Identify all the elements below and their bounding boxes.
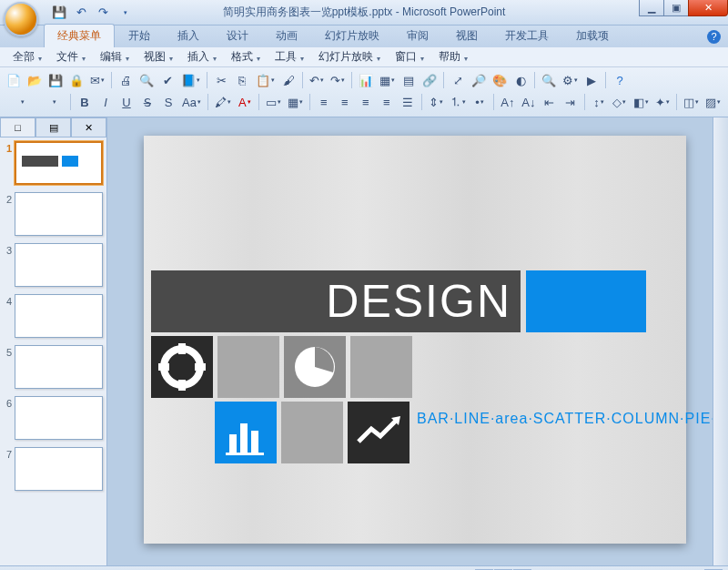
tab-slideshow[interactable]: 幻灯片放映 bbox=[311, 24, 393, 47]
align-center-icon[interactable]: ≡ bbox=[335, 92, 355, 112]
menu-insert[interactable]: 插入 bbox=[180, 47, 224, 66]
background-icon[interactable]: ▨ bbox=[703, 92, 723, 112]
new-icon[interactable]: 📄 bbox=[4, 70, 24, 90]
thumb-7[interactable]: 7 bbox=[4, 447, 103, 491]
expand-icon[interactable]: ⤢ bbox=[448, 70, 468, 90]
vertical-scrollbar[interactable] bbox=[713, 117, 728, 565]
save-icon[interactable]: 💾 bbox=[49, 4, 69, 22]
undo-icon[interactable]: ↶ bbox=[71, 4, 91, 22]
line-spacing-icon[interactable]: ⇕ bbox=[426, 92, 446, 112]
cut-icon[interactable]: ✂ bbox=[211, 70, 231, 90]
chart-icon[interactable]: 📊 bbox=[356, 70, 376, 90]
design-icon[interactable]: ◫ bbox=[681, 92, 702, 112]
menu-edit[interactable]: 编辑 bbox=[93, 47, 136, 66]
research-icon[interactable]: 📘 bbox=[178, 70, 203, 90]
menu-view[interactable]: 视图 bbox=[136, 47, 180, 66]
macros-icon[interactable]: ▶ bbox=[581, 70, 602, 90]
table-icon[interactable]: ▦ bbox=[377, 70, 398, 90]
gray-cell-3[interactable] bbox=[281, 402, 343, 463]
tab-design[interactable]: 设计 bbox=[213, 24, 262, 47]
change-case-icon[interactable]: Aa bbox=[179, 92, 204, 112]
grayscale-icon[interactable]: ◐ bbox=[511, 70, 531, 90]
zoom-icon[interactable]: 🔎 bbox=[469, 70, 489, 90]
paste-icon[interactable]: 📋 bbox=[253, 70, 278, 90]
menu-help[interactable]: 帮助 bbox=[431, 47, 475, 66]
slides-tab[interactable]: □ bbox=[0, 117, 35, 137]
font-size[interactable] bbox=[41, 92, 66, 112]
color-icon[interactable]: 🎨 bbox=[490, 70, 510, 90]
pie-icon[interactable] bbox=[284, 336, 346, 398]
menu-file[interactable]: 文件 bbox=[49, 47, 93, 66]
tab-home[interactable]: 开始 bbox=[115, 24, 164, 47]
tab-review[interactable]: 审阅 bbox=[393, 24, 442, 47]
slide-caption[interactable]: BAR·LINE·area·SCATTER·COLUMN·PIE·ETC. bbox=[417, 409, 672, 429]
new-slide-icon[interactable]: ▭ bbox=[263, 92, 284, 112]
trend-icon[interactable] bbox=[348, 402, 410, 463]
blue-block[interactable] bbox=[526, 270, 646, 332]
qat-more[interactable] bbox=[115, 4, 135, 22]
office-button[interactable] bbox=[4, 2, 38, 36]
increase-indent-icon[interactable]: ⇥ bbox=[561, 92, 581, 112]
slide-canvas[interactable]: DESIGN BAR·LINE·area·SCATTER·COLUMN·PIE·… bbox=[107, 117, 728, 565]
tab-animation[interactable]: 动画 bbox=[262, 24, 311, 47]
shapes-icon[interactable]: ◇ bbox=[610, 92, 630, 112]
underline-icon[interactable]: U bbox=[116, 92, 136, 112]
print-icon[interactable]: 🖨 bbox=[116, 70, 136, 90]
spelling-icon[interactable]: ✔ bbox=[157, 70, 177, 90]
tab-addins[interactable]: 加载项 bbox=[562, 24, 622, 47]
maximize-button[interactable]: ▣ bbox=[663, 0, 689, 16]
shadow-icon[interactable]: S bbox=[158, 92, 178, 112]
format-painter-icon[interactable]: 🖌 bbox=[278, 70, 298, 90]
permission-icon[interactable]: 🔒 bbox=[66, 70, 86, 90]
slide[interactable]: DESIGN BAR·LINE·area·SCATTER·COLUMN·PIE·… bbox=[144, 136, 686, 544]
text-direction-icon[interactable]: ↕ bbox=[589, 92, 609, 112]
menu-format[interactable]: 格式 bbox=[224, 47, 268, 66]
tab-view[interactable]: 视图 bbox=[442, 24, 491, 47]
thumb-1[interactable]: 1 bbox=[4, 141, 103, 185]
bar-chart-icon[interactable] bbox=[215, 402, 277, 463]
redo-icon[interactable]: ↷ bbox=[93, 4, 113, 22]
slide-heading[interactable]: DESIGN bbox=[151, 270, 521, 332]
close-button[interactable]: ✕ bbox=[688, 0, 728, 16]
numbering-icon[interactable]: ⒈ bbox=[447, 92, 469, 112]
find-icon[interactable]: 🔍 bbox=[539, 70, 559, 90]
tab-classic-menu[interactable]: 经典菜单 bbox=[44, 24, 115, 47]
italic-icon[interactable]: I bbox=[96, 92, 116, 112]
thumb-5[interactable]: 5 bbox=[4, 345, 103, 389]
mail-icon[interactable]: ✉ bbox=[87, 70, 107, 90]
help2-icon[interactable]: ? bbox=[610, 70, 630, 90]
justify-icon[interactable]: ≡ bbox=[377, 92, 397, 112]
outline-tab[interactable]: ▤ bbox=[35, 117, 71, 137]
copy-icon[interactable]: ⎘ bbox=[232, 70, 252, 90]
font-name[interactable] bbox=[4, 92, 40, 112]
bullets-icon[interactable]: • bbox=[470, 92, 490, 112]
hyperlink-icon[interactable]: 🔗 bbox=[420, 70, 440, 90]
align-left-icon[interactable]: ≡ bbox=[314, 92, 334, 112]
thumb-2[interactable]: 2 bbox=[4, 192, 103, 236]
gray-cell-1[interactable] bbox=[217, 336, 279, 398]
ring-icon[interactable] bbox=[151, 336, 213, 398]
redo-icon[interactable]: ↷ bbox=[328, 70, 348, 90]
layout-icon[interactable]: ▦ bbox=[285, 92, 306, 112]
decrease-font-icon[interactable]: A↓ bbox=[519, 92, 539, 112]
arrange-icon[interactable]: ◧ bbox=[631, 92, 652, 112]
menu-window[interactable]: 窗口 bbox=[388, 47, 431, 66]
strike-icon[interactable]: S̶ bbox=[137, 92, 157, 112]
font-color-icon[interactable]: A bbox=[235, 92, 255, 112]
thumb-6[interactable]: 6 bbox=[4, 396, 103, 440]
thumb-3[interactable]: 3 bbox=[4, 243, 103, 287]
decrease-indent-icon[interactable]: ⇤ bbox=[540, 92, 560, 112]
open-icon[interactable]: 📂 bbox=[25, 70, 45, 90]
undo-icon[interactable]: ↶ bbox=[307, 70, 327, 90]
tab-developer[interactable]: 开发工具 bbox=[491, 24, 562, 47]
increase-font-icon[interactable]: A↑ bbox=[498, 92, 518, 112]
help-icon[interactable]: ? bbox=[707, 30, 721, 44]
minimize-button[interactable]: ▁ bbox=[639, 0, 664, 16]
bold-icon[interactable]: B bbox=[75, 92, 95, 112]
distribute-icon[interactable]: ☰ bbox=[398, 92, 418, 112]
menu-all[interactable]: 全部 bbox=[5, 47, 49, 66]
thumb-4[interactable]: 4 bbox=[4, 294, 103, 338]
align-right-icon[interactable]: ≡ bbox=[356, 92, 376, 112]
table2-icon[interactable]: ▤ bbox=[399, 70, 419, 90]
gray-cell-2[interactable] bbox=[350, 336, 412, 398]
